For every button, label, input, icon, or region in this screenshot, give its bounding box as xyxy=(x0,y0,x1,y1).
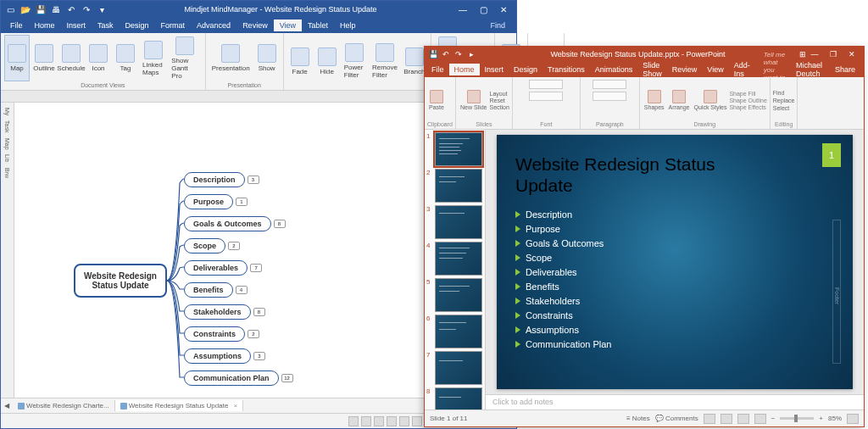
topic[interactable]: Goals & Outcomes8 xyxy=(184,216,271,231)
mm-canvas[interactable]: Website Redesign Status Update Descripti… xyxy=(14,103,462,398)
pp-menu-animations[interactable]: Animations xyxy=(590,64,638,75)
taskpane-tab[interactable]: Lib xyxy=(4,153,10,164)
subtopic-count[interactable]: 3 xyxy=(248,176,259,184)
close-icon[interactable]: ✕ xyxy=(494,5,513,14)
slide-thumbnail[interactable] xyxy=(435,169,482,203)
slide-counter[interactable]: Slide 1 of 11 xyxy=(430,415,467,422)
save-icon[interactable]: 💾 xyxy=(35,3,47,15)
notes-pane[interactable]: Click to add notes xyxy=(486,394,864,410)
taskpane-tab[interactable]: Task xyxy=(4,119,10,134)
select-button[interactable]: Select xyxy=(773,105,795,111)
slide-canvas[interactable]: 1 Footer Website Redesign Status Update … xyxy=(497,135,853,389)
mm-menu-advanced[interactable]: Advanced xyxy=(191,20,236,31)
pp-menu-review[interactable]: Review xyxy=(667,64,703,75)
mm-menu-design[interactable]: Design xyxy=(120,20,155,31)
topic[interactable]: Stakeholders8 xyxy=(184,304,251,320)
shapes-button[interactable]: Shapes xyxy=(643,89,666,111)
section-button[interactable]: Section xyxy=(489,104,509,110)
minimize-icon[interactable]: — xyxy=(806,50,823,58)
ribbon-map-button[interactable]: Map xyxy=(4,35,30,81)
ribbon-powerfilter-button[interactable]: Power Filter xyxy=(342,35,368,87)
mm-menu-file[interactable]: File xyxy=(4,20,29,31)
ribbon-gantt-button[interactable]: Show Gantt Pro xyxy=(169,35,202,81)
mm-menu-review[interactable]: Review xyxy=(236,20,274,31)
status-icon[interactable] xyxy=(387,416,397,426)
ribbon-outline-button[interactable]: Outline xyxy=(31,35,57,81)
paste-button[interactable]: Paste xyxy=(427,89,446,111)
pp-menu-transitions[interactable]: Transitions xyxy=(542,64,590,75)
ribbon-tag-button[interactable]: Tag xyxy=(113,35,138,81)
topic[interactable]: Deliverables7 xyxy=(184,260,248,276)
ribbon-options-icon[interactable]: ⊞ xyxy=(799,50,806,58)
font-family-select[interactable] xyxy=(529,80,563,89)
status-icon[interactable] xyxy=(348,416,359,426)
status-icon[interactable] xyxy=(399,416,409,426)
newslide-button[interactable]: New Slide xyxy=(459,89,489,111)
subtopic-count[interactable]: 8 xyxy=(253,308,265,316)
share-button[interactable]: Share xyxy=(830,64,860,75)
sorter-view-icon[interactable] xyxy=(721,414,732,424)
ribbon-linked-button[interactable]: Linked Maps xyxy=(140,35,167,81)
pp-menu-home[interactable]: Home xyxy=(449,64,480,75)
maximize-icon[interactable]: ▢ xyxy=(474,5,492,14)
shapefill-button[interactable]: Shape Fill xyxy=(729,91,766,97)
mm-menu-insert[interactable]: Insert xyxy=(61,20,92,31)
paragraph-row1[interactable] xyxy=(593,80,626,89)
slide-thumbnail[interactable] xyxy=(435,132,482,166)
topic[interactable]: Communication Plan12 xyxy=(184,370,279,386)
subtopic-count[interactable]: 7 xyxy=(250,264,262,272)
subtopic-count[interactable]: 2 xyxy=(248,330,259,338)
topic[interactable]: Purpose1 xyxy=(184,194,233,209)
mm-menu-tablet[interactable]: Tablet xyxy=(302,20,334,31)
slide-title[interactable]: Website Redesign Status Update xyxy=(515,153,753,196)
subtopic-count[interactable]: 3 xyxy=(253,352,265,360)
subtopic-count[interactable]: 4 xyxy=(236,286,248,294)
close-icon[interactable]: ✕ xyxy=(843,50,860,58)
taskpane-tab[interactable]: Map xyxy=(4,136,10,152)
tab-close-icon[interactable]: × xyxy=(233,402,237,410)
slide-thumbnail[interactable] xyxy=(435,278,482,312)
normal-view-icon[interactable] xyxy=(704,414,715,424)
minimize-icon[interactable]: — xyxy=(453,5,472,14)
reset-button[interactable]: Reset xyxy=(489,98,509,103)
slide-content-list[interactable]: Description Purpose Goals & Outcomes Sco… xyxy=(515,209,612,354)
slideshow-view-icon[interactable] xyxy=(754,414,766,424)
mm-menu-view[interactable]: View xyxy=(274,20,302,31)
topic[interactable]: Benefits4 xyxy=(184,282,233,298)
zoom-in-icon[interactable]: + xyxy=(819,415,823,422)
mm-menu-format[interactable]: Format xyxy=(155,20,192,31)
pp-menu-file[interactable]: File xyxy=(426,64,449,75)
slide-thumbnail[interactable] xyxy=(435,351,482,385)
ribbon-removefilter-button[interactable]: Remove Filter xyxy=(370,35,400,87)
start-icon[interactable]: ▸ xyxy=(466,49,476,59)
zoom-out-icon[interactable]: − xyxy=(771,415,776,422)
mm-menu-home[interactable]: Home xyxy=(29,20,61,31)
status-icon[interactable] xyxy=(361,416,371,426)
taskpane-tab[interactable]: Brw xyxy=(4,166,10,180)
paragraph-row2[interactable] xyxy=(593,92,626,101)
qat-more-icon[interactable]: ▾ xyxy=(96,3,108,15)
slide-thumbnail[interactable] xyxy=(435,242,482,276)
restore-icon[interactable]: ❐ xyxy=(825,50,842,58)
mm-menu-task[interactable]: Task xyxy=(92,20,120,31)
undo-icon[interactable]: ↶ xyxy=(441,49,451,59)
topic[interactable]: Scope2 xyxy=(184,238,225,254)
redo-icon[interactable]: ↷ xyxy=(453,49,464,59)
arrange-button[interactable]: Arrange xyxy=(667,89,692,111)
ribbon-show-button[interactable]: Show xyxy=(254,35,280,81)
topic[interactable]: Constraints2 xyxy=(184,326,245,342)
slide-thumbnail[interactable] xyxy=(435,387,482,410)
font-format-row[interactable] xyxy=(529,92,563,101)
document-tab[interactable]: Website Redesign Status Update× xyxy=(115,400,243,411)
find-button[interactable]: Find xyxy=(773,90,795,96)
new-icon[interactable]: ▭ xyxy=(4,3,16,15)
document-tab[interactable]: Website Redesign Charte... xyxy=(13,400,115,411)
undo-icon[interactable]: ↶ xyxy=(65,3,77,15)
topic[interactable]: Assumptions3 xyxy=(184,348,251,364)
pp-menu-view[interactable]: View xyxy=(702,64,728,75)
pp-menu-insert[interactable]: Insert xyxy=(480,64,509,75)
reading-view-icon[interactable] xyxy=(737,414,749,424)
mm-menu-help[interactable]: Help xyxy=(334,20,362,31)
subtopic-count[interactable]: 1 xyxy=(236,198,248,206)
print-icon[interactable]: 🖶 xyxy=(50,3,62,15)
